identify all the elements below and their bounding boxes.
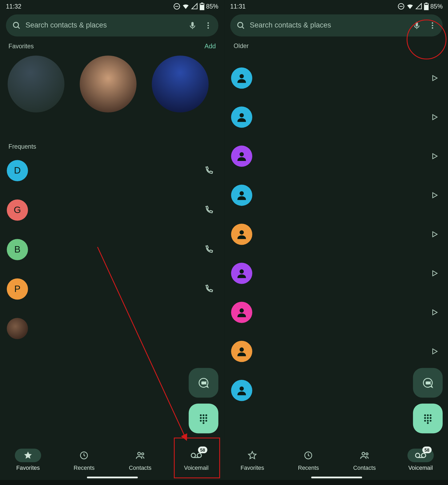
more-icon[interactable] — [428, 21, 437, 30]
frequent-item[interactable]: B — [7, 230, 217, 269]
more-icon[interactable] — [204, 21, 213, 30]
play-button[interactable] — [427, 188, 442, 202]
svg-rect-33 — [425, 4, 428, 5]
svg-rect-32 — [425, 3, 427, 3]
call-button[interactable] — [201, 162, 218, 179]
svg-point-25 — [191, 453, 195, 458]
nav-voicemail[interactable]: 58 Voicemail — [168, 440, 224, 480]
battery-icon — [200, 3, 204, 10]
voicemail-item[interactable] — [231, 137, 442, 176]
dialpad-fab[interactable] — [413, 404, 443, 433]
frequent-item[interactable]: D — [7, 151, 217, 190]
frequent-item[interactable] — [7, 309, 217, 348]
contact-avatar: G — [7, 199, 28, 221]
svg-point-17 — [205, 417, 207, 419]
play-button[interactable] — [427, 71, 442, 85]
play-button[interactable] — [427, 344, 442, 358]
nav-favorites[interactable]: Favorites — [0, 440, 56, 480]
favorites-row — [0, 52, 224, 116]
nav-contacts[interactable]: Contacts — [337, 440, 393, 480]
svg-point-21 — [203, 422, 205, 424]
nav-voicemail[interactable]: 58 Voicemail — [393, 440, 448, 480]
svg-point-58 — [430, 420, 431, 422]
svg-point-13 — [203, 414, 205, 416]
svg-point-9 — [207, 25, 209, 26]
svg-point-8 — [207, 22, 209, 23]
play-button[interactable] — [427, 266, 442, 281]
signal-icon — [191, 3, 198, 10]
frequent-item[interactable]: G — [7, 190, 217, 230]
contact-avatar — [231, 341, 253, 362]
play-button[interactable] — [427, 149, 442, 163]
search-icon — [12, 21, 21, 30]
svg-point-64 — [421, 453, 426, 458]
dialpad-fab[interactable] — [189, 404, 218, 433]
voicemail-item[interactable] — [231, 176, 442, 215]
nav-contacts[interactable]: Contacts — [112, 440, 168, 480]
call-button[interactable] — [201, 241, 218, 258]
svg-point-19 — [203, 420, 205, 422]
nav-label: Voicemail — [184, 465, 209, 471]
dnd-icon — [397, 3, 405, 10]
nav-recents[interactable]: Recents — [56, 440, 112, 480]
svg-point-53 — [424, 417, 426, 419]
svg-point-61 — [362, 452, 365, 455]
favorite-avatar[interactable] — [80, 56, 137, 112]
mic-icon[interactable] — [188, 21, 197, 30]
svg-point-43 — [239, 191, 244, 195]
svg-point-42 — [239, 152, 244, 156]
voicemail-item[interactable] — [231, 293, 442, 332]
svg-point-34 — [238, 22, 243, 27]
svg-rect-11 — [202, 382, 205, 384]
call-button[interactable] — [201, 280, 218, 297]
svg-point-57 — [427, 420, 429, 422]
voicemail-item[interactable] — [231, 215, 442, 254]
nav-bar: Favorites Recents Contacts 58 Voicemail — [224, 439, 448, 480]
nav-label: Favorites — [241, 465, 264, 471]
search-bar[interactable]: Search contacts & places — [230, 14, 443, 37]
contact-avatar — [231, 107, 253, 128]
frequents-list: DGBP — [0, 151, 224, 348]
svg-point-20 — [205, 420, 207, 422]
voicemail-item[interactable] — [231, 254, 442, 293]
status-bar: 11:31 85% — [224, 0, 448, 12]
recents-icon — [304, 451, 313, 460]
voicemail-item[interactable] — [231, 98, 442, 137]
voicemail-item[interactable] — [231, 58, 442, 97]
search-placeholder: Search contacts & places — [250, 21, 412, 30]
nav-favorites[interactable]: Favorites — [224, 440, 280, 480]
nav-label: Recents — [74, 465, 95, 471]
contact-avatar — [231, 263, 253, 284]
frequent-item[interactable]: P — [7, 269, 217, 309]
play-button[interactable] — [427, 227, 442, 242]
favorite-avatar[interactable] — [152, 56, 209, 112]
call-button[interactable] — [201, 201, 218, 218]
svg-point-52 — [430, 414, 431, 416]
contacts-icon — [135, 451, 145, 460]
video-fab[interactable] — [189, 368, 218, 398]
nav-recents[interactable]: Recents — [280, 440, 336, 480]
play-button[interactable] — [427, 305, 442, 320]
svg-line-35 — [242, 27, 244, 29]
video-fab[interactable] — [413, 368, 443, 398]
nav-label: Voicemail — [408, 465, 433, 471]
phone-left: 11:32 85% Search contacts & places Favor… — [0, 0, 224, 480]
clock: 11:32 — [6, 3, 21, 10]
mic-icon[interactable] — [412, 21, 421, 30]
contact-avatar: P — [7, 278, 28, 299]
nav-label: Favorites — [16, 465, 40, 471]
svg-point-12 — [200, 414, 202, 416]
svg-point-54 — [427, 417, 429, 419]
recents-icon — [79, 451, 89, 460]
voicemail-item[interactable] — [231, 371, 442, 410]
svg-point-44 — [239, 230, 244, 235]
search-bar[interactable]: Search contacts & places — [6, 14, 218, 37]
svg-point-38 — [432, 25, 433, 26]
contact-avatar: B — [7, 239, 28, 260]
svg-rect-36 — [416, 22, 418, 26]
voicemail-item[interactable] — [231, 332, 442, 371]
favorites-add[interactable]: Add — [205, 42, 216, 50]
favorite-avatar[interactable] — [8, 56, 65, 112]
play-button[interactable] — [427, 110, 442, 124]
svg-point-63 — [415, 453, 420, 458]
